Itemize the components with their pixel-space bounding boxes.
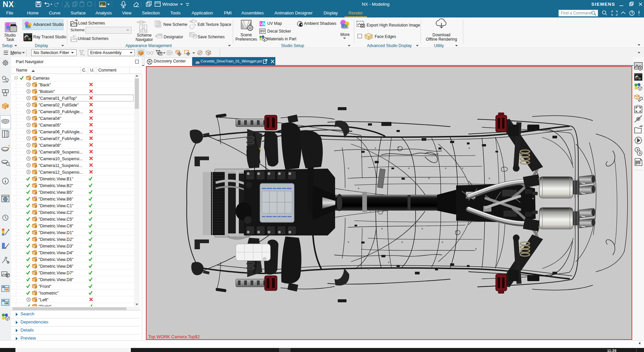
svg-text:Cameras: Cameras [33, 76, 50, 81]
svg-text:"Dimetric.View.C5": "Dimetric.View.C5" [39, 217, 73, 222]
svg-text:"Camera02_FullSide": "Camera02_FullSide" [39, 103, 78, 107]
svg-text:"Camera07_FullAngle...: "Camera07_FullAngle... [39, 136, 83, 141]
svg-text:"Back": "Back" [39, 83, 51, 87]
svg-text:"Dimetric.View.D8": "Dimetric.View.D8" [39, 277, 73, 282]
svg-text:"Left": "Left" [39, 298, 49, 302]
svg-text:"Camera10_Suspensi...: "Camera10_Suspensi... [39, 157, 83, 161]
svg-text:"Camera03_FullAngle...: "Camera03_FullAngle... [39, 109, 83, 114]
svg-text:"Dimetric.View.D2": "Dimetric.View.D2" [39, 237, 73, 242]
svg-text:"Camera01_FullTop": "Camera01_FullTop" [39, 96, 77, 101]
svg-text:"Dimetric.View.D7": "Dimetric.View.D7" [39, 271, 73, 275]
svg-text:"Dimetric.View.B1": "Dimetric.View.B1" [39, 177, 73, 181]
svg-text:"Camera06_FullAngle...: "Camera06_FullAngle... [39, 130, 83, 134]
svg-text:"Dimetric.View.D5": "Dimetric.View.D5" [39, 257, 73, 262]
svg-text:"Camera12_Suspensi...: "Camera12_Suspensi... [39, 170, 83, 175]
svg-text:"Dimetric.View.B5": "Dimetric.View.B5" [39, 190, 73, 195]
svg-text:"Camera04": "Camera04" [39, 116, 61, 121]
svg-text:"Dimetric.View.B2": "Dimetric.View.B2" [39, 183, 73, 188]
svg-text:"Dimetric.View.C6": "Dimetric.View.C6" [39, 224, 73, 228]
svg-text:Top WORK Camera Top$2: Top WORK Camera Top$2 [148, 334, 200, 339]
svg-text:"Right": "Right" [39, 304, 51, 307]
svg-text:"Dimetric.View.C1": "Dimetric.View.C1" [39, 204, 73, 208]
svg-text:"Dimetric.View.C2": "Dimetric.View.C2" [39, 210, 73, 215]
svg-text:UV: UV [260, 22, 266, 26]
svg-text:"Bottom": "Bottom" [39, 89, 55, 94]
svg-text:"Isometric": "Isometric" [39, 291, 59, 296]
svg-text:"Camera09_Suspensi...: "Camera09_Suspensi... [39, 150, 83, 155]
svg-text:"Dimetric.View.D6": "Dimetric.View.D6" [39, 264, 73, 269]
svg-text:"Camera08": "Camera08" [39, 143, 61, 148]
svg-text:"Front": "Front" [39, 284, 51, 289]
svg-text:"Dimetric.View.D4": "Dimetric.View.D4" [39, 251, 73, 255]
svg-text:"Camera05": "Camera05" [39, 123, 61, 128]
svg-text:"Dimetric.View.B6": "Dimetric.View.B6" [39, 197, 73, 202]
svg-text:"Camera11_Suspensi...: "Camera11_Suspensi... [39, 163, 83, 168]
svg-text:"Dimetric.View.D1": "Dimetric.View.D1" [39, 230, 73, 235]
svg-text:"Dimetric.View.D3": "Dimetric.View.D3" [39, 244, 73, 249]
